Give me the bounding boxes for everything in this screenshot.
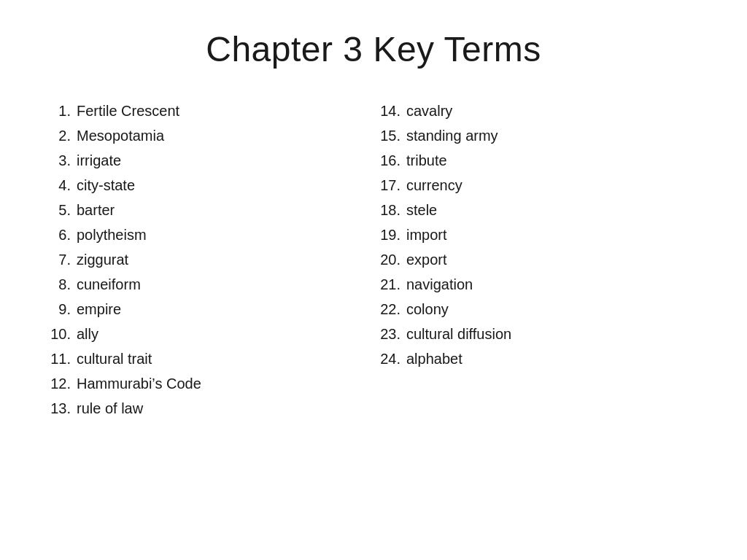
list-item: 2.Mesopotamia [44, 123, 374, 148]
term-number: 11. [44, 346, 77, 371]
term-number: 19. [374, 222, 406, 247]
term-text: Hammurabi’s Code [77, 371, 201, 396]
term-text: currency [406, 173, 462, 198]
term-number: 21. [374, 272, 406, 297]
term-number: 10. [44, 322, 77, 346]
term-number: 18. [374, 198, 406, 222]
term-text: barter [77, 198, 115, 222]
term-text: city-state [77, 173, 135, 198]
term-number: 4. [44, 173, 77, 198]
list-item: 21.navigation [374, 272, 703, 297]
list-item: 7.ziggurat [44, 247, 374, 272]
term-number: 7. [44, 247, 77, 272]
list-item: 19.import [374, 222, 703, 247]
term-text: cultural trait [77, 346, 152, 371]
left-column: 1.Fertile Crescent2.Mesopotamia3.irrigat… [44, 98, 374, 531]
term-number: 13. [44, 396, 77, 421]
term-text: ally [77, 322, 98, 346]
term-text: navigation [406, 272, 473, 297]
list-item: 24.alphabet [374, 346, 703, 371]
list-item: 10.ally [44, 322, 374, 346]
term-text: colony [406, 297, 449, 322]
list-item: 8.cuneiform [44, 272, 374, 297]
term-text: cultural diffusion [406, 322, 511, 346]
list-item: 18.stele [374, 198, 703, 222]
list-item: 16.tribute [374, 148, 703, 173]
list-item: 13.rule of law [44, 396, 374, 421]
term-number: 2. [44, 123, 77, 148]
term-number: 9. [44, 297, 77, 322]
term-number: 17. [374, 173, 406, 198]
term-number: 23. [374, 322, 406, 346]
term-number: 14. [374, 98, 406, 123]
term-text: cavalry [406, 98, 452, 123]
list-item: 9.empire [44, 297, 374, 322]
list-item: 11.cultural trait [44, 346, 374, 371]
term-text: ziggurat [77, 247, 128, 272]
term-text: irrigate [77, 148, 121, 173]
term-number: 15. [374, 123, 406, 148]
list-item: 12.Hammurabi’s Code [44, 371, 374, 396]
term-text: Mesopotamia [77, 123, 164, 148]
list-item: 17.currency [374, 173, 703, 198]
term-text: stele [406, 198, 437, 222]
list-item: 3.irrigate [44, 148, 374, 173]
term-text: empire [77, 297, 121, 322]
term-text: alphabet [406, 346, 462, 371]
term-number: 3. [44, 148, 77, 173]
list-item: 15.standing army [374, 123, 703, 148]
list-item: 1.Fertile Crescent [44, 98, 374, 123]
term-number: 12. [44, 371, 77, 396]
list-item: 14.cavalry [374, 98, 703, 123]
right-column: 14.cavalry15.standing army16.tribute17.c… [374, 98, 703, 531]
page-container: Chapter 3 Key Terms 1.Fertile Crescent2.… [0, 0, 747, 560]
term-text: export [406, 247, 447, 272]
list-item: 4.city-state [44, 173, 374, 198]
term-text: polytheism [77, 222, 147, 247]
term-text: cuneiform [77, 272, 141, 297]
term-number: 22. [374, 297, 406, 322]
list-item: 20.export [374, 247, 703, 272]
term-number: 16. [374, 148, 406, 173]
term-number: 6. [44, 222, 77, 247]
list-item: 6.polytheism [44, 222, 374, 247]
term-number: 8. [44, 272, 77, 297]
term-number: 5. [44, 198, 77, 222]
term-number: 20. [374, 247, 406, 272]
term-text: tribute [406, 148, 447, 173]
list-item: 22.colony [374, 297, 703, 322]
term-text: Fertile Crescent [77, 98, 179, 123]
list-item: 23.cultural diffusion [374, 322, 703, 346]
list-item: 5.barter [44, 198, 374, 222]
term-text: rule of law [77, 396, 143, 421]
term-text: import [406, 222, 447, 247]
term-number: 1. [44, 98, 77, 123]
columns-container: 1.Fertile Crescent2.Mesopotamia3.irrigat… [44, 98, 703, 531]
term-text: standing army [406, 123, 498, 148]
term-number: 24. [374, 346, 406, 371]
page-title: Chapter 3 Key Terms [44, 29, 703, 69]
